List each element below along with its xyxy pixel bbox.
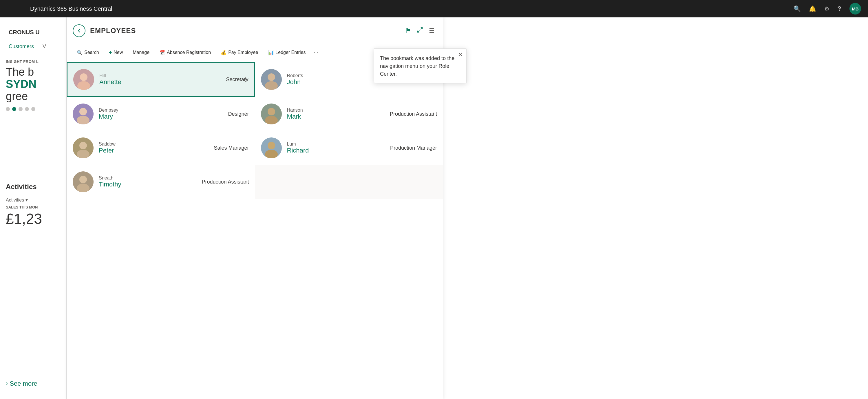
new-button[interactable]: + New [105, 47, 127, 58]
company-name: CRONUS U [9, 29, 40, 36]
nav-links: Customers V [9, 44, 46, 51]
insight-label: INSIGHT FROM L [6, 59, 64, 64]
avatar-annette [73, 69, 94, 90]
plus-icon: + [109, 50, 112, 56]
activities-sub[interactable]: Activities ▾ [6, 197, 64, 203]
dot-4[interactable] [25, 107, 29, 111]
search-label: Search [84, 50, 99, 55]
right-divider [810, 18, 810, 399]
employee-info-hanson: Hanson Mark [287, 108, 390, 120]
see-more-label: See more [9, 380, 37, 388]
search-toolbar-icon: 🔍 [77, 50, 83, 55]
employee-card-saddow[interactable]: Saddow Peter Sales Manager ⋮ [67, 131, 255, 165]
manage-button[interactable]: Manage [129, 48, 154, 57]
nav-customers[interactable]: Customers [9, 44, 34, 51]
card-menu-dempsey[interactable]: ⋮ [241, 109, 251, 119]
svg-point-22 [80, 142, 87, 149]
employee-card-lum[interactable]: Lum Richard Production Manager ⋮ [255, 131, 443, 165]
bell-icon[interactable]: 🔔 [809, 5, 816, 12]
pay-icon: 💰 [221, 50, 226, 55]
employee-info-lum: Lum Richard [287, 142, 390, 154]
card-content-saddow: Saddow Peter Sales Manager [99, 142, 249, 154]
app-title: Dynamics 365 Business Central [30, 5, 794, 12]
employee-card-hanson[interactable]: Hanson Mark Production Assistant ⋮ [255, 97, 443, 131]
employee-lastname-saddow: Saddow [99, 142, 214, 147]
ledger-icon: 📊 [268, 50, 274, 55]
svg-point-13 [268, 74, 275, 81]
back-button[interactable] [73, 24, 86, 37]
employee-lastname-sneath: Sneath [99, 175, 202, 181]
svg-point-10 [80, 74, 88, 81]
card-content-annette: Hill Annette Secretary [99, 73, 248, 86]
more-button[interactable]: ··· [311, 47, 320, 58]
employee-lastname-annette: Hill [99, 73, 226, 78]
expand-icon[interactable] [417, 27, 423, 35]
top-navigation: ⋮⋮⋮ Dynamics 365 Business Central 🔍 🔔 ⚙ … [0, 0, 868, 18]
svg-line-1 [417, 30, 420, 32]
ledger-entries-button[interactable]: 📊 Ledger Entries [264, 48, 310, 58]
nav-v[interactable]: V [42, 44, 46, 51]
employee-card-dempsey[interactable]: Dempsey Mary Designer ⋮ [67, 97, 255, 131]
employee-card-annette[interactable]: Hill Annette Secretary ⋮ [67, 62, 255, 97]
dot-2[interactable] [12, 107, 16, 111]
employee-firstname-hanson[interactable]: Mark [287, 113, 390, 120]
bookmark-icon[interactable]: ⚑ [405, 27, 411, 34]
see-more-link[interactable]: › See more [6, 380, 37, 388]
panel-header-icons: ⚑ ✕ The bookmark was added to the naviga… [405, 27, 423, 35]
employee-lastname-lum: Lum [287, 142, 390, 147]
svg-point-25 [268, 142, 275, 149]
bookmark-popup: ✕ The bookmark was added to the navigati… [374, 49, 467, 83]
pay-employee-button[interactable]: 💰 Pay Employee [217, 48, 262, 58]
svg-line-0 [421, 28, 422, 29]
employee-info-saddow: Saddow Peter [99, 142, 214, 154]
employee-firstname-lum[interactable]: Richard [287, 147, 390, 154]
pay-label: Pay Employee [228, 50, 258, 55]
card-menu-saddow[interactable]: ⋮ [241, 142, 251, 153]
popup-text: The bookmark was added to the navigation… [380, 55, 461, 78]
ledger-label: Ledger Entries [275, 50, 306, 55]
employee-card-sneath[interactable]: Sneath Timothy Production Assistant ⋮ [67, 165, 255, 199]
empty-card [255, 165, 443, 199]
employee-firstname-annette[interactable]: Annette [99, 78, 226, 86]
card-menu-lum[interactable]: ⋮ [429, 142, 439, 153]
svg-point-28 [80, 176, 87, 183]
dot-1[interactable] [6, 107, 10, 111]
employee-lastname-hanson: Hanson [287, 108, 390, 113]
manage-label: Manage [133, 50, 150, 55]
card-menu-sneath[interactable]: ⋮ [241, 176, 251, 187]
card-content-lum: Lum Richard Production Manager [287, 142, 437, 154]
avatar-sneath [73, 171, 94, 192]
sales-label: SALES THIS MON [6, 205, 64, 209]
avatar-hanson [261, 104, 282, 124]
svg-point-16 [80, 108, 87, 115]
employee-info-annette: Hill Annette [99, 73, 226, 86]
card-menu-hanson[interactable]: ⋮ [429, 109, 439, 119]
hamburger-icon[interactable]: ☰ [429, 27, 435, 34]
avatar-lum [261, 138, 282, 158]
avatar-saddow [73, 138, 94, 158]
help-icon[interactable]: ? [838, 5, 841, 12]
insight-section: INSIGHT FROM L The b SYDN gree [6, 59, 64, 111]
employee-firstname-dempsey[interactable]: Mary [99, 113, 228, 120]
card-content-dempsey: Dempsey Mary Designer [99, 108, 249, 120]
absence-registration-button[interactable]: 📅 Absence Registration [155, 48, 215, 58]
carousel-dots [6, 107, 64, 111]
search-button[interactable]: 🔍 Search [73, 48, 103, 58]
user-avatar[interactable]: MB [849, 3, 861, 15]
dot-3[interactable] [19, 107, 23, 111]
avatar-roberts [261, 69, 282, 90]
employee-firstname-saddow[interactable]: Peter [99, 147, 214, 154]
role-center: CRONUS U Customers V INSIGHT FROM L The … [0, 18, 868, 399]
employee-firstname-sneath[interactable]: Timothy [99, 181, 202, 188]
dot-5[interactable] [31, 107, 35, 111]
popup-close-button[interactable]: ✕ [458, 52, 463, 57]
insight-line1: The b [6, 66, 64, 78]
card-content-sneath: Sneath Timothy Production Assistant [99, 175, 249, 188]
card-content-hanson: Hanson Mark Production Assistant [287, 108, 437, 120]
nav-icons: 🔍 🔔 ⚙ ? MB [794, 3, 861, 15]
gear-icon[interactable]: ⚙ [824, 5, 830, 12]
employee-lastname-dempsey: Dempsey [99, 108, 228, 113]
card-menu-annette[interactable]: ⋮ [240, 74, 250, 85]
grid-icon[interactable]: ⋮⋮⋮ [7, 5, 24, 12]
search-icon[interactable]: 🔍 [794, 5, 801, 12]
